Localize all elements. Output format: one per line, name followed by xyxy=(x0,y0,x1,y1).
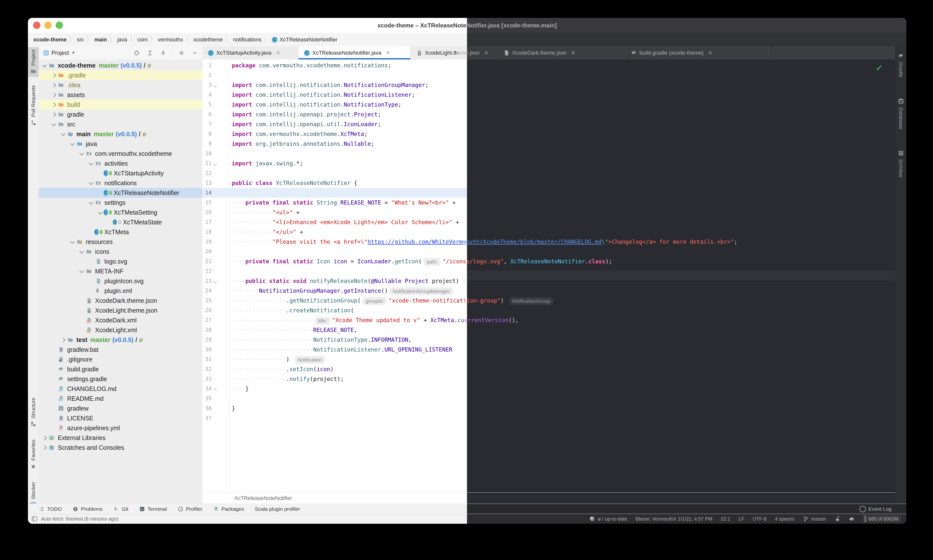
tree-row-xctmetastate[interactable]: CXcTMetaState xyxy=(39,217,202,227)
tree-row--gradle[interactable]: .gradle xyxy=(39,70,202,80)
tool-stripe-button-structure[interactable]: Structure xyxy=(28,395,39,430)
fold-marker-icon[interactable] xyxy=(214,387,216,392)
tree-expand-chevron-icon[interactable] xyxy=(41,436,48,440)
code-line-14[interactable]: 14 xyxy=(202,188,896,198)
tree-row-changelog-md[interactable]: MDCHANGELOG.md xyxy=(39,384,202,394)
tool-window-button-git[interactable]: Git xyxy=(114,506,128,512)
tab-close-icon[interactable]: ✕ xyxy=(708,50,713,56)
tool-window-button-terminal[interactable]: >_Terminal xyxy=(139,506,167,512)
breadcrumb-item[interactable]: xcode-theme xyxy=(32,37,68,43)
tree-expand-chevron-icon[interactable] xyxy=(51,83,57,87)
code-line-3[interactable]: 3import com.intellij.notification.Notifi… xyxy=(202,80,896,90)
code-line-26[interactable]: 26················.createNotification( xyxy=(202,306,896,315)
tree-collapse-chevron-icon[interactable] xyxy=(88,162,94,165)
breadcrumb-item[interactable]: main xyxy=(93,37,108,43)
code-line-12[interactable]: 12 xyxy=(202,168,896,178)
tool-stripe-button-gradle[interactable]: Gradle xyxy=(896,50,906,80)
tree-row-xcode-theme[interactable]: xcode-thememaster(v0.0.5)/ø xyxy=(39,60,202,70)
tree-row-main[interactable]: mainmaster(v0.0.5)/ø xyxy=(39,129,202,139)
breadcrumb-item[interactable]: vermouthx xyxy=(156,37,185,43)
tree-row-activities[interactable]: activities xyxy=(39,158,202,168)
tree-expand-chevron-icon[interactable] xyxy=(60,338,66,342)
tree-row-icons[interactable]: icons xyxy=(39,247,202,257)
status-item-lf[interactable]: LF xyxy=(739,516,744,522)
tree-row-xctmetasetting[interactable]: CXcTMetaSetting xyxy=(39,208,202,217)
tree-row-xctmeta[interactable]: CXcTMeta xyxy=(39,227,202,237)
hide-panel-button[interactable] xyxy=(191,48,199,58)
tree-expand-chevron-icon[interactable] xyxy=(51,113,57,116)
tree-row-external-libraries[interactable]: External Libraries xyxy=(39,433,202,443)
code-line-20[interactable]: 20 xyxy=(202,247,896,257)
locate-file-button[interactable] xyxy=(132,48,141,58)
code-line-35[interactable]: 35 xyxy=(202,394,896,403)
tree-row-notifications[interactable]: notifications xyxy=(39,178,202,188)
editor-tab[interactable]: CXcTReleaseNoteNotifier.java✕ xyxy=(299,46,411,60)
tool-stripe-button-sciview[interactable]: SciView xyxy=(896,147,906,180)
status-item-22-1[interactable]: 22:1 xyxy=(721,516,730,522)
status-item-master[interactable]: master xyxy=(803,516,826,522)
tree-row-xcodedark-xml[interactable]: <>XcodeDark.xml xyxy=(39,315,202,325)
editor-tab[interactable]: {}XcodeLight.theme.json✕ xyxy=(411,46,498,60)
editor-tab[interactable]: build.gradle (xcode-theme)✕ xyxy=(625,46,768,60)
status-item-utf-8[interactable]: UTF-8 xyxy=(753,516,767,522)
breadcrumb-item[interactable]: xcodetheme xyxy=(192,37,224,43)
tree-collapse-chevron-icon[interactable] xyxy=(51,123,57,125)
settings-button[interactable] xyxy=(177,48,186,58)
tree-row-resources[interactable]: resources xyxy=(39,237,202,247)
tree-row-build-gradle[interactable]: build.gradle xyxy=(39,364,202,374)
code-line-28[interactable]: 28························RELEASE_NOTE, xyxy=(202,325,896,335)
tree-expand-chevron-icon[interactable] xyxy=(51,103,57,106)
editor-pane[interactable]: 1package com.vermouthx.xcodetheme.notifi… xyxy=(202,60,896,492)
code-line-21[interactable]: 21····private final static Icon icon = I… xyxy=(202,257,896,266)
code-line-6[interactable]: 6import com.intellij.openapi.project.Pro… xyxy=(202,109,896,119)
tree-collapse-chevron-icon[interactable] xyxy=(60,133,66,135)
status-item-blame-vermouthx-1-1-21-4-57-pm[interactable]: Blame: VermouthX 1/1/21, 4:57 PM xyxy=(636,516,713,522)
editor-tab[interactable]: CXcTStartupActivity.java✕ xyxy=(202,46,299,60)
tree-row-scratches-and-consoles[interactable]: Scratches and Consoles xyxy=(39,443,202,452)
code-line-9[interactable]: 9import org.jetbrains.annotations.Nullab… xyxy=(202,139,896,149)
tree-row-xctreleasenotenotifier[interactable]: CXcTReleaseNoteNotifier xyxy=(39,188,202,198)
tab-close-icon[interactable]: ✕ xyxy=(386,50,390,56)
tree-collapse-chevron-icon[interactable] xyxy=(97,211,103,214)
code-line-30[interactable]: 30························NotificationLi… xyxy=(202,345,896,354)
collapse-all-button[interactable] xyxy=(159,48,167,58)
tree-row-gradle[interactable]: gradle xyxy=(39,109,202,119)
code-line-32[interactable]: 32················.setIcon(icon) xyxy=(202,364,896,374)
tree-row-xctstartupactivity[interactable]: CXcTStartupActivity xyxy=(39,168,202,178)
tree-collapse-chevron-icon[interactable] xyxy=(79,251,85,253)
tool-stripe-button-database[interactable]: Database xyxy=(896,95,906,132)
breadcrumb-item[interactable]: src xyxy=(75,37,86,43)
code-line-16[interactable]: 16············"<ul>" + xyxy=(202,208,896,217)
tool-stripe-button-favorites[interactable]: Favorites★ xyxy=(28,437,39,472)
tree-row-settings[interactable]: settings xyxy=(39,198,202,208)
tree-row--gitignore[interactable]: .gitignore xyxy=(39,354,202,364)
status-item--up-to-date[interactable]: ø / up-to-date xyxy=(589,516,627,522)
tab-close-icon[interactable]: ✕ xyxy=(571,50,576,56)
code-line-34[interactable]: 34····} xyxy=(202,384,896,394)
tree-collapse-chevron-icon[interactable] xyxy=(41,65,48,67)
breadcrumb-item[interactable]: java xyxy=(115,37,128,43)
code-line-27[interactable]: 27························title:"Xcode T… xyxy=(202,315,896,325)
tool-window-button-todo[interactable]: TODO xyxy=(39,506,62,512)
tree-row-xcodedark-theme-json[interactable]: {}XcodeDark.theme.json xyxy=(39,296,202,306)
fold-marker-icon[interactable] xyxy=(214,162,216,166)
code-line-31[interactable]: 31················) Notification xyxy=(202,354,896,364)
fold-marker-icon[interactable] xyxy=(214,83,216,88)
tree-row-plugin-xml[interactable]: plugin.xml xyxy=(39,286,202,296)
code-line-8[interactable]: 8import com.vermouthx.xcodetheme.XcTMeta… xyxy=(202,129,896,139)
code-line-15[interactable]: 15····private final static String RELEAS… xyxy=(202,198,896,208)
code-line-18[interactable]: 18············"</ul>" + xyxy=(202,227,896,237)
project-view-selector[interactable]: Project ▼ xyxy=(43,50,75,56)
status-item-4-spaces[interactable]: 4 spaces xyxy=(775,516,794,522)
tree-row-azure-pipelines-yml[interactable]: YMLazure-pipelines.yml xyxy=(39,423,202,433)
event-log-button[interactable]: Event Log xyxy=(859,506,891,512)
tree-row-pluginicon-svg[interactable]: pluginIcon.svg xyxy=(39,276,202,286)
editor-breadcrumb-item[interactable]: XcTReleaseNoteNotifier xyxy=(234,495,292,502)
tree-expand-chevron-icon[interactable] xyxy=(51,93,57,97)
tree-expand-chevron-icon[interactable] xyxy=(41,446,48,449)
tree-row-settings-gradle[interactable]: settings.gradle xyxy=(39,374,202,384)
tree-row-gradlew-bat[interactable]: gradlew.bat xyxy=(39,345,202,354)
tool-window-button-problems[interactable]: Problems xyxy=(72,506,103,512)
status-item-685-of-8083m[interactable]: 685 of 8083M xyxy=(863,515,901,523)
tree-row-logo-svg[interactable]: logo.svg xyxy=(39,257,202,266)
